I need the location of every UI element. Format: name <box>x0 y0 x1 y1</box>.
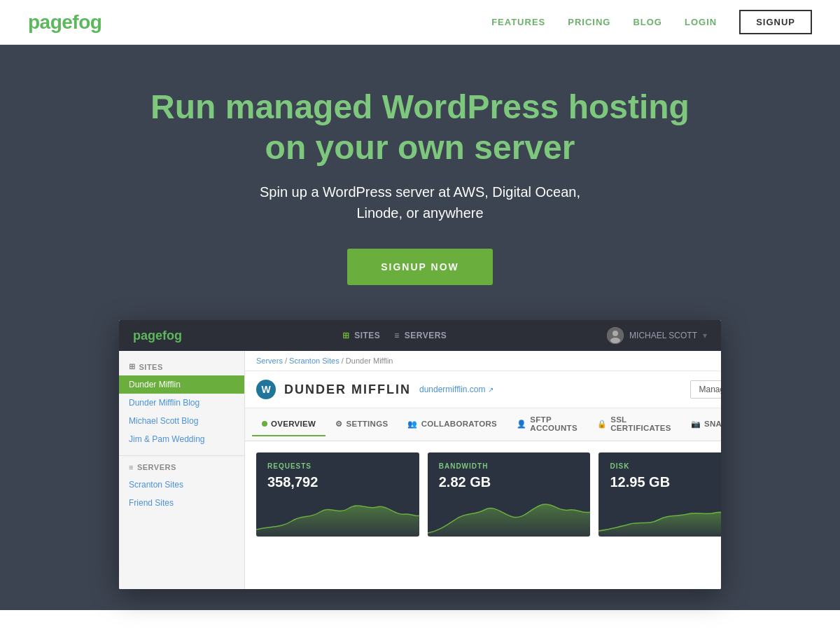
svg-point-2 <box>610 338 620 343</box>
tab-sftp-accounts[interactable]: 👤 SFTP ACCOUNTS <box>507 408 587 441</box>
app-sidebar: ⊞ SITES Dunder Mifflin Dunder Mifflin Bl… <box>119 351 245 589</box>
sidebar-divider <box>119 455 244 456</box>
svg-point-1 <box>612 331 618 336</box>
wordpress-icon: W <box>256 380 276 399</box>
tab-overview[interactable]: OVERVIEW <box>252 413 326 436</box>
sidebar-item-jim-pam-wedding[interactable]: Jim & Pam Wedding <box>119 430 244 448</box>
requests-label: REQUESTS <box>267 462 408 470</box>
disk-chart <box>598 495 721 537</box>
sidebar-item-dunder-mifflin[interactable]: Dunder Mifflin <box>119 375 244 394</box>
sidebar-item-michael-scott-blog[interactable]: Michael Scott Blog <box>119 412 244 430</box>
site-logo: pagefog <box>28 11 102 34</box>
nav-blog[interactable]: BLOG <box>633 17 662 27</box>
sidebar-item-dunder-mifflin-blog[interactable]: Dunder Mifflin Blog <box>119 394 244 412</box>
nav-login[interactable]: LOGIN <box>685 17 717 27</box>
bandwidth-chart <box>428 495 591 537</box>
app-topbar-user: MICHAEL SCOTT ▾ <box>607 327 707 344</box>
external-link-icon: ↗ <box>488 386 493 394</box>
tab-dot-icon <box>262 421 267 427</box>
site-header: W DUNDER MIFFLIN dundermifflin.com ↗ Man… <box>245 371 721 408</box>
app-topbar-nav: ⊞ SITES ≡ SERVERS <box>342 331 447 340</box>
collaborators-icon: 👥 <box>407 420 417 429</box>
tab-snapshots[interactable]: 📷 SNAPSHOTS <box>681 413 721 437</box>
snapshots-icon: 📷 <box>691 420 701 429</box>
sidebar-item-friend-sites[interactable]: Friend Sites <box>119 494 244 512</box>
signup-now-button[interactable]: SIGNUP NOW <box>347 249 493 285</box>
hero-title: Run managed WordPress hosting on your ow… <box>28 87 812 167</box>
top-navigation: pagefog FEATURES PRICING BLOG LOGIN SIGN… <box>0 0 840 45</box>
sites-icon: ⊞ <box>129 362 136 371</box>
site-url-link[interactable]: dundermifflin.com ↗ <box>419 385 493 394</box>
app-logo: pagefog <box>133 329 182 343</box>
nav-signup[interactable]: SIGNUP <box>739 10 812 34</box>
ssl-icon: 🔒 <box>597 420 607 429</box>
sidebar-sites-section: ⊞ SITES <box>119 362 244 375</box>
stat-card-requests: REQUESTS 358,792 <box>256 452 419 537</box>
stat-card-bandwidth: BANDWIDTH 2.82 GB <box>428 452 591 537</box>
disk-label: DISK <box>610 462 721 470</box>
hero-subtitle: Spin up a WordPress server at AWS, Digit… <box>28 181 812 223</box>
app-tabs: OVERVIEW ⚙ SETTINGS 👥 COLLABORATORS 👤 SF… <box>245 408 721 441</box>
nav-features[interactable]: FEATURES <box>491 17 545 27</box>
app-nav-sites[interactable]: ⊞ SITES <box>342 331 381 340</box>
sidebar-item-scranton-sites[interactable]: Scranton Sites <box>119 476 244 494</box>
requests-value: 358,792 <box>267 474 408 490</box>
app-body: ⊞ SITES Dunder Mifflin Dunder Mifflin Bl… <box>119 351 721 589</box>
bandwidth-value: 2.82 GB <box>439 474 580 490</box>
servers-icon: ≡ <box>129 463 134 471</box>
site-header-left: W DUNDER MIFFLIN dundermifflin.com ↗ <box>256 380 493 399</box>
breadcrumb: Servers / Scranton Sites / Dunder Miffli… <box>245 351 721 371</box>
manage-site-button[interactable]: Manage Site ▾ <box>690 380 722 399</box>
sidebar-servers-section: ≡ SERVERS <box>119 463 244 476</box>
breadcrumb-scranton[interactable]: Scranton Sites <box>289 357 340 365</box>
requests-chart <box>256 495 419 537</box>
tab-ssl-certificates[interactable]: 🔒 SSL CERTIFICATES <box>587 408 681 441</box>
nav-pricing[interactable]: PRICING <box>568 17 610 27</box>
user-dropdown-icon[interactable]: ▾ <box>703 331 707 340</box>
tab-collaborators[interactable]: 👥 COLLABORATORS <box>398 413 507 437</box>
user-name: MICHAEL SCOTT <box>629 331 697 340</box>
sftp-icon: 👤 <box>517 420 526 429</box>
disk-value: 12.95 GB <box>610 474 721 490</box>
breadcrumb-current: Dunder Mifflin <box>346 357 393 365</box>
breadcrumb-servers[interactable]: Servers <box>256 357 283 365</box>
app-nav-servers[interactable]: ≡ SERVERS <box>394 331 447 340</box>
tab-settings[interactable]: ⚙ SETTINGS <box>326 413 398 437</box>
site-name: DUNDER MIFFLIN <box>284 382 411 397</box>
app-main: Servers / Scranton Sites / Dunder Miffli… <box>245 351 721 589</box>
hero-section: Run managed WordPress hosting on your ow… <box>0 45 840 320</box>
nav-links: FEATURES PRICING BLOG LOGIN SIGNUP <box>491 10 812 34</box>
user-avatar <box>607 327 624 344</box>
app-frame: pagefog ⊞ SITES ≡ SERVERS <box>119 320 721 589</box>
app-screenshot-container: pagefog ⊞ SITES ≡ SERVERS <box>0 320 840 610</box>
app-topbar: pagefog ⊞ SITES ≡ SERVERS <box>119 320 721 351</box>
bandwidth-label: BANDWIDTH <box>439 462 580 470</box>
stat-card-disk: DISK 12.95 GB <box>598 452 721 537</box>
settings-icon: ⚙ <box>335 420 342 429</box>
stats-area: REQUESTS 358,792 <box>245 441 721 548</box>
